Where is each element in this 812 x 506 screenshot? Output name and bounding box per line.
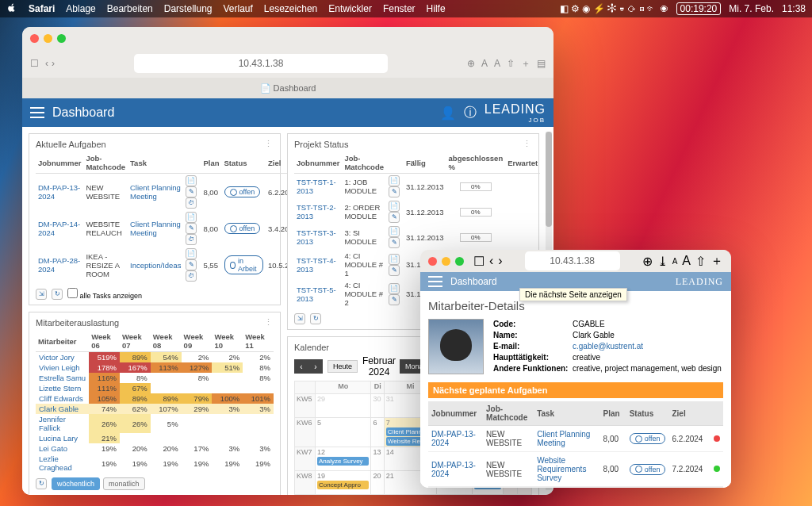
calendar-day[interactable]: 29 xyxy=(437,495,473,496)
weekly-button[interactable]: wöchentlich xyxy=(52,477,100,490)
table-row[interactable]: TST-TST-3-20133: SI MODULE📄✎ 31.12.20130… xyxy=(294,224,540,250)
titlebar[interactable]: ☐ ‹ › 10.43.1.38 ⊕ ⤓ A A ⇧ ＋ xyxy=(420,250,731,272)
table-row[interactable]: Lei Gato19%20%20%17%3%3% xyxy=(36,443,274,454)
cal-today-button[interactable]: Heute xyxy=(327,360,358,373)
employee-info: Code:CGABLE Name:Clark Gable E-mail:c.ga… xyxy=(493,319,722,374)
forward-tooltip: Die nächste Seite anzeigen xyxy=(519,288,627,301)
menu-bookmarks[interactable]: Lesezeichen xyxy=(264,3,317,14)
calendar-day[interactable]: 5 xyxy=(316,418,371,447)
close-window[interactable] xyxy=(428,257,437,266)
table-row[interactable]: DM-PAP-28-2024IKEA - RESIZE A ROOMIncept… xyxy=(36,247,315,283)
close-window[interactable] xyxy=(30,34,39,43)
back-icon[interactable]: ‹ xyxy=(45,58,48,69)
calendar-day[interactable]: 1 xyxy=(473,495,504,496)
panel-menu-icon[interactable]: ⋮ xyxy=(264,317,274,328)
menu-window[interactable]: Fenster xyxy=(383,3,416,14)
info-icon[interactable]: ⓘ xyxy=(464,105,477,121)
menu-view[interactable]: Darstellung xyxy=(164,3,213,14)
apple-icon[interactable] xyxy=(6,2,17,16)
address-bar[interactable]: 10.43.1.38 xyxy=(525,251,620,270)
tabs-icon[interactable]: ▤ xyxy=(537,58,546,69)
filter-icon[interactable]: ⇲ xyxy=(36,289,47,300)
forward-icon[interactable]: › xyxy=(52,58,55,69)
calendar-day[interactable]: 2811 Uhr Kick xyxy=(384,495,436,496)
sidebar-icon[interactable]: ☐ xyxy=(473,254,485,269)
calendar-day[interactable]: 3 xyxy=(517,495,531,496)
email-link[interactable]: c.gable@kustrent.at xyxy=(573,342,643,351)
calendar-day[interactable]: 6 xyxy=(371,418,384,447)
table-row[interactable]: Cliff Edwards105%89%89%79%100%101% xyxy=(36,393,274,404)
table-row[interactable]: Victor Jory519%89%54%2%2%2% xyxy=(36,352,274,363)
table-row[interactable]: DM-PAP-13-2024NEW WEBSITEClient Planning… xyxy=(36,174,315,211)
table-row[interactable]: Estrella Samu116%8%8%8% xyxy=(36,373,274,383)
table-row[interactable]: DM-PAP-14-2024WEBSITE RELAUCHClient Plan… xyxy=(36,210,315,247)
calendar-day[interactable]: 13 xyxy=(371,447,384,471)
employee-avatar xyxy=(428,319,484,374)
calendar-day[interactable]: 12Analyze Survey xyxy=(316,447,371,471)
table-row[interactable]: Vivien Leigh178%167%113%127%51%8% xyxy=(36,362,274,373)
maximize-window[interactable] xyxy=(57,34,66,43)
text-larger-icon[interactable]: A xyxy=(682,254,691,268)
tab-bar[interactable]: 📄 Dashboard xyxy=(22,78,553,98)
text-larger-icon[interactable]: A xyxy=(494,58,500,69)
hamburger-icon[interactable] xyxy=(30,107,44,118)
minimize-window[interactable] xyxy=(44,34,52,43)
table-row[interactable]: Lucina Lary21% xyxy=(36,433,274,443)
cal-next-button[interactable]: › xyxy=(308,359,323,374)
employee-tasks-table: JobnummerJob-MatchcodeTaskPlanStatusZiel… xyxy=(428,401,723,488)
status-icons: ◧ ⚙ ◉ ⚡ ✻ ⌨ ⟳ ⊟ ᯤ ⦿ xyxy=(560,3,668,14)
text-smaller-icon[interactable]: A xyxy=(672,257,678,266)
share-icon[interactable]: ⇧ xyxy=(695,254,706,269)
table-row[interactable]: Jennifer Fallick26%26%5% xyxy=(36,414,274,433)
calendar-day[interactable]: 29 xyxy=(316,394,371,418)
sidebar-icon[interactable]: ☐ xyxy=(30,58,39,69)
table-row[interactable]: DM-PAP-13-2024NEW WEBSITEAnalyze Survey1… xyxy=(428,487,723,489)
forward-icon[interactable]: › xyxy=(498,254,502,268)
new-tab-icon[interactable]: ＋ xyxy=(710,253,723,270)
menu-file[interactable]: Ablage xyxy=(66,3,95,14)
maximize-window[interactable] xyxy=(455,257,464,266)
calendar-day[interactable]: 20 xyxy=(371,471,384,495)
menu-developer[interactable]: Entwickler xyxy=(328,3,372,14)
menu-edit[interactable]: Bearbeiten xyxy=(107,3,153,14)
download-icon[interactable]: ⤓ xyxy=(657,254,668,269)
monthly-button[interactable]: monatlich xyxy=(103,477,145,490)
calendar-day[interactable]: 2 xyxy=(504,495,517,496)
text-smaller-icon[interactable]: A xyxy=(481,58,488,69)
hamburger-icon[interactable] xyxy=(428,276,442,287)
user-icon[interactable]: 👤 xyxy=(440,105,456,121)
refresh-icon[interactable]: ↻ xyxy=(52,289,63,300)
table-row[interactable]: Clark Gable74%62%107%29%3%3% xyxy=(36,404,274,414)
calendar-day[interactable]: 26 xyxy=(316,495,371,496)
calendar-day[interactable]: 30 xyxy=(371,394,384,418)
panel-menu-icon[interactable]: ⋮ xyxy=(523,139,532,149)
workload-table: MitarbeiterWeek 06Week 07Week 08Week 09W… xyxy=(36,331,274,473)
app-menu[interactable]: Safari xyxy=(29,3,55,14)
filter-icon[interactable]: ⇲ xyxy=(294,313,305,324)
share-icon[interactable]: ⇧ xyxy=(507,58,515,69)
table-row[interactable]: DM-PAP-13-2024NEW WEBSITEClient Planning… xyxy=(428,426,723,452)
panel-menu-icon[interactable]: ⋮ xyxy=(264,139,274,149)
menu-history[interactable]: Verlauf xyxy=(223,3,252,14)
reader-icon[interactable]: ⊕ xyxy=(467,58,475,69)
calendar-day[interactable]: 27 xyxy=(371,495,384,496)
new-tab-icon[interactable]: ＋ xyxy=(521,57,530,71)
table-row[interactable]: DM-PAP-13-2024NEW WEBSITEWebsite Require… xyxy=(428,452,723,487)
table-row[interactable]: TST-TST-1-20131: JOB MODULE📄✎ 31.12.2013… xyxy=(294,174,540,200)
table-row[interactable]: TST-TST-2-20132: ORDER MODULE📄✎ 31.12.20… xyxy=(294,199,540,224)
back-icon[interactable]: ‹ xyxy=(489,254,493,268)
titlebar[interactable] xyxy=(22,27,553,49)
address-bar[interactable]: 10.43.1.38 xyxy=(134,54,388,73)
cal-prev-button[interactable]: ‹ xyxy=(294,359,308,374)
brand-logo: LEADING xyxy=(676,276,723,288)
table-row[interactable]: Lizette Stern111%67% xyxy=(36,383,274,393)
show-all-checkbox[interactable] xyxy=(67,288,78,298)
page-title: Dashboard xyxy=(52,105,114,120)
reader-icon[interactable]: ⊕ xyxy=(642,254,653,269)
minimize-window[interactable] xyxy=(442,257,450,266)
calendar-day[interactable]: 19Concept Appro xyxy=(316,471,371,495)
refresh-icon[interactable]: ↻ xyxy=(310,313,321,324)
table-row[interactable]: Lezlie Craghead19%19%19%19%19%19% xyxy=(36,454,274,473)
refresh-icon[interactable]: ↻ xyxy=(36,478,47,489)
menu-help[interactable]: Hilfe xyxy=(427,3,446,14)
